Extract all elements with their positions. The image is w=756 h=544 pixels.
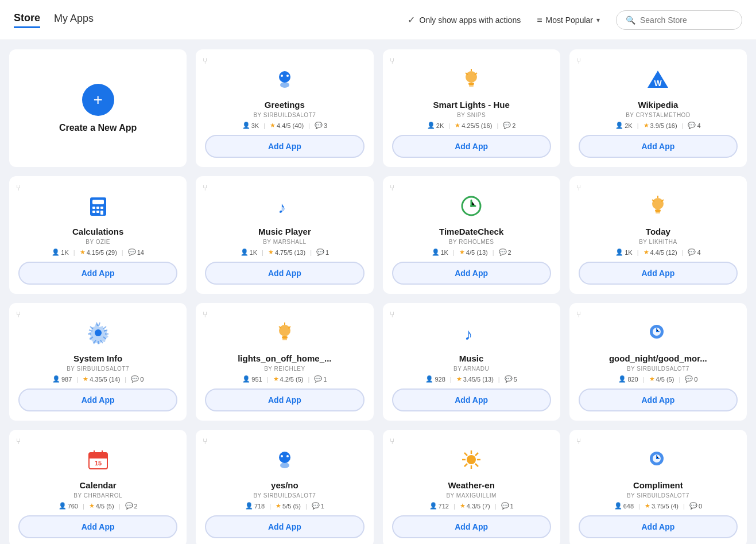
app-card-calculations: ⑂ Calculations BY OZIE 👤 1K | ★ 4.15/5 (… bbox=[9, 176, 187, 294]
app-title-smart-lights-hue: Smart Lights - Hue bbox=[433, 100, 509, 110]
app-icon-system-info bbox=[82, 317, 114, 349]
app-card-good-night-good-mor: ⑂ good_night/good_mor... BY SIRBUILDSALO… bbox=[569, 303, 747, 421]
svg-point-45 bbox=[279, 452, 290, 463]
create-card-label: Create a New App bbox=[59, 123, 137, 133]
svg-point-47 bbox=[281, 455, 283, 457]
rating: ★ 4.75/5 (13) bbox=[268, 248, 305, 256]
app-stats-calendar: 👤 760 | ★ 4/5 (5) | 💬 2 bbox=[59, 502, 138, 510]
add-app-button-music[interactable]: Add App bbox=[392, 388, 551, 411]
app-author-good-night-good-mor: BY SIRBUILDSALOT7 bbox=[627, 366, 689, 372]
comments: 💬 2 bbox=[125, 502, 138, 510]
svg-text:15: 15 bbox=[95, 460, 102, 467]
rating: ★ 4.25/5 (16) bbox=[455, 122, 492, 129]
rating: ★ 4.2/5 (5) bbox=[273, 375, 304, 383]
svg-rect-19 bbox=[100, 211, 103, 215]
svg-point-3 bbox=[286, 75, 289, 77]
comments: 💬 5 bbox=[505, 375, 517, 383]
search-input[interactable] bbox=[640, 15, 732, 25]
comments: 💬 1 bbox=[312, 502, 324, 510]
app-stats-smart-lights-hue: 👤 2K | ★ 4.25/5 (16) | 💬 2 bbox=[427, 122, 516, 129]
rating: ★ 4/5 (5) bbox=[89, 502, 114, 510]
app-stats-greetings: 👤 3K | ★ 4.4/5 (40) | 💬 3 bbox=[242, 122, 327, 129]
app-author-music-player: BY MARSHALL bbox=[263, 239, 306, 245]
svg-rect-13 bbox=[92, 200, 104, 204]
svg-text:W: W bbox=[654, 79, 662, 88]
rating: ★ 4.15/5 (29) bbox=[80, 248, 117, 256]
rating: ★ 4/5 (5) bbox=[649, 375, 674, 383]
svg-rect-24 bbox=[655, 209, 661, 212]
app-icon-compliment bbox=[642, 444, 674, 476]
comments: 💬 14 bbox=[128, 248, 144, 256]
app-author-wikipedia: BY CRYSTALMETHOD bbox=[626, 112, 690, 118]
app-author-compliment: BY SIRBUILDSALOT7 bbox=[627, 492, 689, 499]
add-app-button-music-player[interactable]: Add App bbox=[205, 262, 364, 285]
search-box[interactable]: 🔍 bbox=[616, 10, 742, 30]
fork-icon: ⑂ bbox=[390, 310, 394, 319]
app-icon-wikipedia: W bbox=[642, 63, 674, 95]
app-title-calendar: Calendar bbox=[80, 480, 117, 490]
chevron-down-icon: ▾ bbox=[596, 16, 600, 24]
app-icon-smart-lights-hue bbox=[455, 63, 487, 95]
add-app-button-greetings[interactable]: Add App bbox=[205, 135, 364, 158]
app-icon-good-night-good-mor bbox=[642, 317, 674, 349]
app-icon-weather-en bbox=[455, 444, 487, 476]
app-icon-music-player: ♪ bbox=[269, 190, 301, 222]
fork-icon: ⑂ bbox=[390, 56, 394, 65]
add-app-button-calculations[interactable]: Add App bbox=[18, 262, 177, 285]
app-icon-calendar: 15 bbox=[82, 444, 114, 476]
svg-rect-31 bbox=[282, 336, 288, 339]
add-app-button-wikipedia[interactable]: Add App bbox=[579, 135, 738, 158]
svg-point-46 bbox=[280, 463, 289, 468]
app-stats-system-info: 👤 987 | ★ 4.35/5 (14) | 💬 0 bbox=[52, 375, 144, 383]
comments: 💬 2 bbox=[499, 248, 511, 256]
svg-text:♪: ♪ bbox=[464, 325, 472, 343]
user-count: 👤 1K bbox=[615, 248, 632, 256]
sort-dropdown[interactable]: ≡ Most Popular ▾ bbox=[530, 10, 607, 30]
fork-icon: ⑂ bbox=[16, 183, 21, 192]
app-icon-yes-no bbox=[269, 444, 301, 476]
user-count: 👤 1K bbox=[241, 248, 257, 256]
user-count: 👤 712 bbox=[429, 502, 449, 510]
add-app-button-lights-on-off-home[interactable]: Add App bbox=[205, 388, 364, 411]
create-new-app-card[interactable]: + Create a New App bbox=[9, 49, 187, 167]
fork-icon: ⑂ bbox=[390, 437, 394, 446]
svg-point-49 bbox=[467, 455, 476, 464]
user-count: 👤 928 bbox=[425, 375, 445, 383]
svg-point-48 bbox=[286, 455, 289, 457]
add-app-button-today[interactable]: Add App bbox=[579, 262, 738, 285]
add-app-button-system-info[interactable]: Add App bbox=[18, 388, 177, 411]
svg-rect-15 bbox=[96, 207, 99, 209]
app-stats-today: 👤 1K | ★ 4.4/5 (12) | 💬 4 bbox=[615, 248, 700, 256]
user-count: 👤 2K bbox=[615, 122, 632, 129]
app-author-timedatecheck: BY RGHOLMES bbox=[449, 239, 494, 245]
fork-icon: ⑂ bbox=[390, 183, 394, 192]
comments: 💬 2 bbox=[503, 122, 515, 129]
add-app-button-timedatecheck[interactable]: Add App bbox=[392, 262, 551, 285]
rating: ★ 3.45/5 (13) bbox=[456, 375, 494, 383]
add-app-button-calendar[interactable]: Add App bbox=[18, 515, 177, 538]
app-card-compliment: ⑂ Compliment BY SIRBUILDSALOT7 👤 648 | ★… bbox=[569, 430, 747, 544]
comments: 💬 0 bbox=[131, 375, 144, 383]
add-app-button-good-night-good-mor[interactable]: Add App bbox=[579, 388, 738, 411]
app-card-calendar: ⑂ 15 Calendar BY CHRBARROL 👤 760 | ★ 4/5… bbox=[9, 430, 187, 544]
sort-icon: ≡ bbox=[537, 15, 542, 25]
svg-point-1 bbox=[280, 82, 289, 88]
app-icon-lights-on-off-home bbox=[269, 317, 301, 349]
app-author-system-info: BY SIRBUILDSALOT7 bbox=[67, 366, 129, 372]
comments: 💬 1 bbox=[314, 375, 327, 383]
svg-line-55 bbox=[475, 464, 478, 467]
app-card-system-info: ⑂ System Info BY SIRBUILDSALOT7 👤 987 | … bbox=[9, 303, 187, 421]
fork-icon: ⑂ bbox=[576, 437, 581, 446]
add-app-button-yes-no[interactable]: Add App bbox=[205, 515, 364, 538]
search-icon: 🔍 bbox=[626, 15, 635, 25]
add-app-button-compliment[interactable]: Add App bbox=[579, 515, 738, 538]
tab-store[interactable]: Store bbox=[14, 12, 40, 28]
tab-my-apps[interactable]: My Apps bbox=[54, 13, 94, 27]
filter-checkbox[interactable]: ✓ Only show apps with actions bbox=[408, 14, 521, 25]
add-app-button-weather-en[interactable]: Add App bbox=[392, 515, 551, 538]
user-count: 👤 820 bbox=[618, 375, 638, 383]
sort-label: Most Popular bbox=[546, 15, 593, 25]
add-app-button-smart-lights-hue[interactable]: Add App bbox=[392, 135, 551, 158]
app-card-smart-lights-hue: ⑂ Smart Lights - Hue BY SNIPS 👤 2K | ★ 4… bbox=[383, 49, 560, 167]
comments: 💬 4 bbox=[688, 122, 700, 129]
